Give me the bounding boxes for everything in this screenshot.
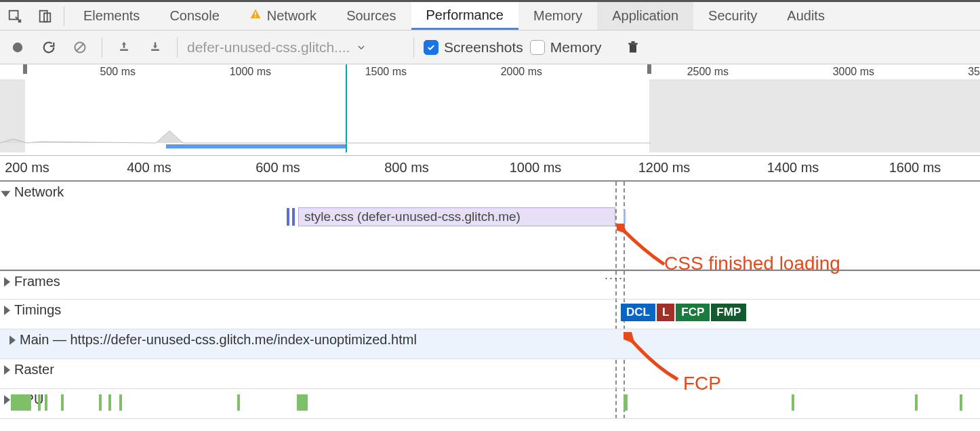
svg-rect-1 [40, 10, 47, 22]
tab-memory[interactable]: Memory [518, 2, 597, 30]
tab-console[interactable]: Console [155, 2, 234, 30]
perf-toolbar: defer-unused-css.glitch.... Screenshots … [0, 30, 980, 64]
disclosure-triangle-icon [9, 335, 16, 345]
screenshots-label: Screenshots [444, 39, 523, 56]
annotation-text: FCP [683, 373, 721, 394]
memory-checkbox[interactable]: Memory [530, 39, 602, 56]
disclosure-triangle-icon [1, 190, 10, 197]
svg-rect-10 [628, 43, 637, 45]
checkbox-icon [530, 40, 545, 55]
timing-badges: DCL L FCP FMP [621, 304, 746, 321]
load-profile-button[interactable] [112, 35, 136, 60]
track-raster: Raster [0, 359, 980, 389]
svg-rect-11 [631, 41, 634, 43]
devtools-tabbar: Elements Console Network Sources Perform… [0, 0, 980, 30]
tab-sources[interactable]: Sources [331, 2, 411, 30]
overview-ruler: 500 ms 1000 ms 1500 ms 2000 ms 2500 ms 3… [0, 64, 980, 79]
disclosure-triangle-icon [4, 277, 10, 287]
memory-label: Memory [550, 39, 602, 56]
warning-icon [249, 8, 262, 24]
svg-rect-4 [255, 16, 256, 18]
disclosure-triangle-icon [4, 306, 10, 315]
separator [413, 37, 414, 58]
track-label: Timings [14, 302, 61, 318]
timing-badge-load[interactable]: L [657, 304, 674, 321]
timing-badge-fcp[interactable]: FCP [676, 304, 710, 321]
request-end-tick [624, 210, 626, 224]
timing-badge-fmp[interactable]: FMP [711, 304, 746, 321]
network-request-bar[interactable]: style.css (defer-unused-css.glitch.me) [298, 207, 615, 226]
timing-badge-dcl[interactable]: DCL [621, 304, 655, 321]
tab-elements[interactable]: Elements [68, 2, 155, 30]
reload-button[interactable] [37, 35, 61, 60]
overview-cpu-spark [0, 125, 651, 144]
divider [64, 7, 64, 26]
overview-handle-left[interactable] [23, 64, 27, 74]
track-label: Raster [14, 362, 54, 377]
track-gpu: GPU [0, 389, 980, 419]
track-header-main[interactable]: Main — https://defer-unused-css.glitch.m… [3, 329, 980, 350]
tab-application[interactable]: Application [597, 2, 693, 30]
gc-button[interactable] [621, 35, 645, 60]
track-header-raster[interactable]: Raster [0, 359, 980, 380]
overview-network-bar [166, 144, 346, 148]
overview-shade-right [649, 79, 980, 152]
svg-rect-3 [255, 12, 256, 16]
screenshots-checkbox[interactable]: Screenshots [424, 39, 523, 56]
svg-point-5 [13, 42, 22, 52]
gpu-activity [0, 394, 980, 411]
main-ruler[interactable]: 200 ms 400 ms 600 ms 800 ms 1000 ms 1200… [0, 156, 980, 182]
save-profile-button[interactable] [143, 35, 167, 60]
record-button[interactable] [5, 35, 30, 60]
annotation-text: CSS finished loading [664, 253, 840, 274]
separator [102, 37, 102, 58]
overview-handle-right[interactable] [647, 64, 651, 74]
device-toggle-button[interactable] [30, 1, 60, 31]
svg-rect-9 [630, 44, 636, 52]
tab-audits[interactable]: Audits [772, 2, 840, 30]
tab-security[interactable]: Security [693, 2, 772, 30]
profile-select[interactable]: defer-unused-css.glitch.... [187, 37, 404, 58]
svg-rect-7 [120, 49, 128, 51]
track-label: Frames [14, 274, 60, 289]
chevron-down-icon [356, 39, 366, 56]
track-label: Main — https://defer-unused-css.glitch.m… [20, 332, 417, 348]
clear-button[interactable] [68, 35, 92, 60]
track-header-timings[interactable]: Timings [0, 300, 980, 321]
separator [177, 37, 178, 58]
svg-rect-8 [151, 49, 159, 51]
disclosure-triangle-icon [4, 365, 10, 375]
profile-select-label: defer-unused-css.glitch.... [187, 39, 350, 56]
tracks-container: .... Network style.css (defer-unused-css… [0, 182, 980, 419]
network-request-label: style.css (defer-unused-css.glitch.me) [304, 209, 520, 224]
tab-performance[interactable]: Performance [411, 2, 519, 30]
request-wait-segment [287, 208, 299, 226]
track-header-network[interactable]: Network [0, 182, 980, 203]
overview-timeline[interactable]: 500 ms 1000 ms 1500 ms 2000 ms 2500 ms 3… [0, 64, 980, 156]
track-timings: Timings DCL L FCP FMP [0, 300, 980, 329]
track-label: Network [14, 184, 64, 200]
track-main: Main — https://defer-unused-css.glitch.m… [0, 329, 980, 359]
inspect-button[interactable] [0, 1, 30, 31]
checkbox-icon [424, 40, 438, 55]
tab-network[interactable]: Network [234, 2, 331, 30]
